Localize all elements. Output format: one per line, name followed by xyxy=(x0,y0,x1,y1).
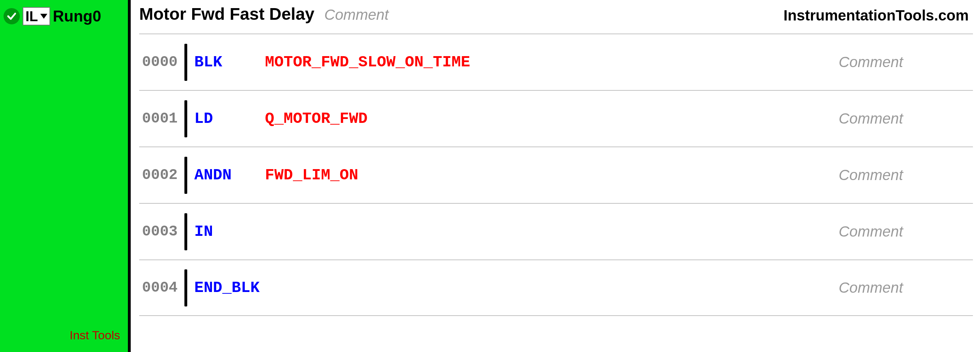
il-line[interactable]: 0000 BLK MOTOR_FWD_SLOW_ON_TIME Comment xyxy=(139,33,973,90)
opcode[interactable]: BLK xyxy=(194,53,265,71)
line-divider xyxy=(185,270,187,306)
line-divider xyxy=(185,213,187,251)
operand[interactable]: FWD_LIM_ON xyxy=(265,166,839,184)
opcode[interactable]: IN xyxy=(194,223,265,241)
editor-main: Motor Fwd Fast Delay Comment Instrumenta… xyxy=(131,0,980,352)
il-line[interactable]: 0003 IN Comment xyxy=(139,203,973,260)
language-dropdown[interactable]: IL xyxy=(22,7,50,25)
operand[interactable]: MOTOR_FWD_SLOW_ON_TIME xyxy=(265,53,839,71)
check-icon xyxy=(3,8,20,24)
il-line[interactable]: 0001 LD Q_MOTOR_FWD Comment xyxy=(139,90,973,146)
operand[interactable]: Q_MOTOR_FWD xyxy=(265,110,839,127)
opcode[interactable]: LD xyxy=(194,110,265,127)
chevron-down-icon xyxy=(40,14,47,19)
app-root: IL Rung0 Inst Tools Motor Fwd Fast Delay… xyxy=(0,0,980,352)
opcode[interactable]: END_BLK xyxy=(194,279,265,297)
line-comment[interactable]: Comment xyxy=(839,54,973,71)
rung-title[interactable]: Motor Fwd Fast Delay xyxy=(139,4,314,24)
il-line[interactable]: 0002 ANDN FWD_LIM_ON Comment xyxy=(139,146,973,203)
sidebar-header: IL Rung0 xyxy=(0,7,128,25)
line-divider xyxy=(185,44,187,81)
rung-sidebar: IL Rung0 Inst Tools xyxy=(0,0,131,352)
rung-name-label[interactable]: Rung0 xyxy=(53,8,102,25)
line-divider xyxy=(185,157,187,194)
line-number: 0001 xyxy=(139,110,181,127)
line-comment[interactable]: Comment xyxy=(839,166,973,184)
line-divider xyxy=(185,100,187,137)
line-number: 0000 xyxy=(139,54,181,71)
line-number: 0003 xyxy=(139,223,181,240)
il-line[interactable]: 0004 END_BLK Comment xyxy=(139,260,973,316)
watermark-text: Inst Tools xyxy=(70,328,120,342)
line-comment[interactable]: Comment xyxy=(839,223,973,240)
opcode[interactable]: ANDN xyxy=(194,166,265,184)
line-number: 0004 xyxy=(139,279,181,296)
language-value: IL xyxy=(25,8,38,24)
line-number: 0002 xyxy=(139,166,181,184)
brand-url: InstrumentationTools.com xyxy=(784,7,969,24)
line-comment[interactable]: Comment xyxy=(839,279,973,296)
line-comment[interactable]: Comment xyxy=(839,110,973,127)
rung-comment-placeholder[interactable]: Comment xyxy=(324,6,388,23)
